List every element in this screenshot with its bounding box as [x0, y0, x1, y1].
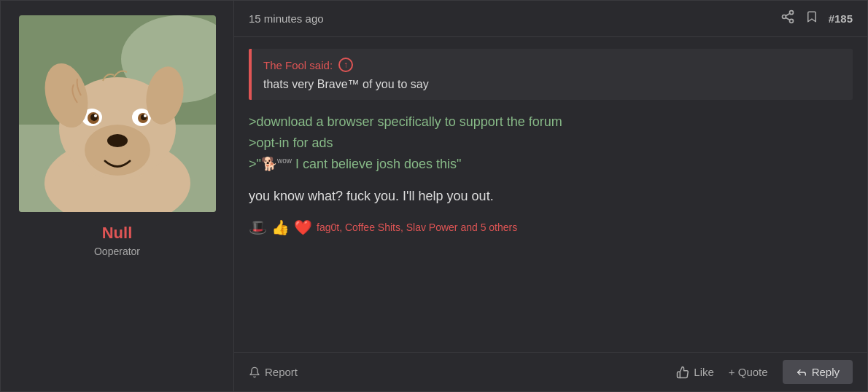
reply-label: Reply [812, 366, 840, 378]
post-number: #185 [829, 12, 853, 25]
post-extra-text: you know what? fuck you. I'll help you o… [249, 186, 853, 207]
like-label: Like [694, 366, 714, 378]
post-header: 15 minutes ago #185 [234, 1, 867, 37]
svg-point-10 [90, 114, 98, 121]
quote-button[interactable]: + Quote [729, 366, 768, 378]
quote-author: The Fool said: ↑ [263, 58, 841, 72]
avatar [19, 15, 216, 212]
svg-point-7 [107, 134, 128, 147]
greentext-line-1: >download a browser specifically to supp… [249, 111, 853, 133]
reaction-hat: 🎩 [249, 219, 267, 236]
quote-text: thats very Brave™ of you to say [263, 78, 841, 91]
svg-line-22 [786, 13, 790, 15]
reaction-users-text[interactable]: fag0t, Coffee Shits, Slav Power and 5 ot… [317, 222, 517, 233]
reaction-heart: ❤️ [294, 219, 312, 236]
quote-block: The Fool said: ↑ thats very Brave™ of yo… [249, 49, 853, 100]
user-role: Ooperator [94, 246, 140, 257]
greentext-line-3: >"🐕wow I cant believe josh does this" [249, 154, 853, 175]
bell-icon [249, 366, 260, 378]
bookmark-icon[interactable] [805, 9, 818, 28]
quote-label: + Quote [729, 366, 768, 378]
footer-right-actions: Like + Quote Reply [676, 360, 853, 384]
report-label: Report [265, 366, 298, 378]
share-icon[interactable] [780, 9, 795, 28]
timestamp: 15 minutes ago [249, 12, 772, 25]
reactions-row: 🎩 👍 ❤️ fag0t, Coffee Shits, Slav Power a… [249, 219, 853, 236]
username: Null [102, 224, 133, 243]
reply-icon [796, 366, 807, 378]
header-actions: #185 [780, 9, 853, 28]
reaction-thumbsup: 👍 [271, 219, 290, 236]
post-content-area: 15 minutes ago #185 [234, 1, 867, 391]
post-sidebar: Null Ooperator [1, 1, 234, 391]
svg-line-21 [786, 17, 790, 20]
reply-button[interactable]: Reply [783, 360, 853, 384]
thumbsup-icon [676, 366, 689, 379]
svg-point-15 [144, 114, 147, 117]
post-body: The Fool said: ↑ thats very Brave™ of yo… [234, 37, 867, 352]
greentext-line-2: >opt-in for ads [249, 133, 853, 154]
svg-point-6 [85, 125, 150, 176]
post-footer: Report Like + Quote [234, 352, 867, 391]
svg-point-11 [94, 114, 97, 117]
post-container: Null Ooperator 15 minutes ago #185 [0, 0, 868, 392]
post-body-text: >download a browser specifically to supp… [249, 111, 853, 174]
report-button[interactable]: Report [249, 366, 298, 378]
quote-up-arrow[interactable]: ↑ [338, 58, 353, 72]
like-button[interactable]: Like [676, 366, 714, 379]
